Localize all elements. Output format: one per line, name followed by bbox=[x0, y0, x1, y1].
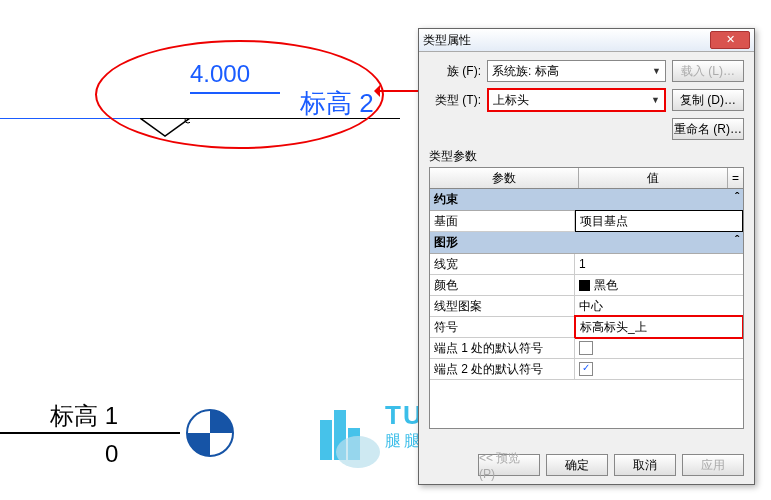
table-row[interactable]: 基面 项目基点 bbox=[430, 211, 743, 232]
cancel-button[interactable]: 取消 bbox=[614, 454, 676, 476]
level1-symbol bbox=[185, 408, 235, 458]
chevron-down-icon: ▼ bbox=[651, 95, 660, 105]
close-button[interactable]: ✕ bbox=[710, 31, 750, 49]
dialog-title: 类型属性 bbox=[423, 32, 710, 49]
col-value: 值 bbox=[579, 168, 728, 188]
param-end2: 端点 2 处的默认符号 bbox=[430, 359, 575, 379]
preview-button: << 预览 (P) bbox=[478, 454, 540, 476]
value-linepattern[interactable]: 中心 bbox=[575, 296, 743, 316]
family-select[interactable]: 系统族: 标高 ▼ bbox=[487, 60, 666, 82]
params-grid: 参数 值 = 约束ˆ 基面 项目基点 图形ˆ 线宽 1 颜色 黑色 线型图案 中… bbox=[429, 167, 744, 429]
param-linepattern: 线型图案 bbox=[430, 296, 575, 316]
color-swatch bbox=[579, 280, 590, 291]
value-lineweight[interactable]: 1 bbox=[575, 254, 743, 274]
type-value: 上标头 bbox=[493, 92, 529, 109]
family-value: 系统族: 标高 bbox=[492, 63, 559, 80]
level1-line bbox=[0, 432, 180, 434]
param-symbol: 符号 bbox=[430, 317, 575, 337]
col-equals: = bbox=[728, 168, 743, 188]
dialog-titlebar[interactable]: 类型属性 ✕ bbox=[419, 29, 754, 52]
chevron-down-icon: ▼ bbox=[652, 66, 661, 76]
type-label: 类型 (T): bbox=[429, 92, 481, 109]
section-constraint[interactable]: 约束ˆ bbox=[430, 189, 743, 211]
checkbox-unchecked[interactable] bbox=[579, 341, 593, 355]
param-lineweight: 线宽 bbox=[430, 254, 575, 274]
section-graphics[interactable]: 图形ˆ bbox=[430, 232, 743, 254]
table-row[interactable]: 线型图案 中心 bbox=[430, 296, 743, 317]
value-end1[interactable] bbox=[575, 338, 743, 358]
value-symbol[interactable]: 标高标头_上 bbox=[574, 315, 744, 339]
table-row[interactable]: 线宽 1 bbox=[430, 254, 743, 275]
type-properties-dialog: 类型属性 ✕ 族 (F): 系统族: 标高 ▼ 载入 (L)… 类型 (T): … bbox=[418, 28, 755, 485]
grid-header: 参数 值 = bbox=[430, 168, 743, 189]
param-end1: 端点 1 处的默认符号 bbox=[430, 338, 575, 358]
level1-label: 标高 1 bbox=[50, 400, 118, 432]
annotation-ellipse bbox=[95, 40, 384, 149]
rename-button[interactable]: 重命名 (R)… bbox=[672, 118, 744, 140]
table-row[interactable]: 端点 2 处的默认符号 ✓ bbox=[430, 359, 743, 380]
col-param: 参数 bbox=[430, 168, 579, 188]
type-select[interactable]: 上标头 ▼ bbox=[487, 88, 666, 112]
param-color: 颜色 bbox=[430, 275, 575, 295]
table-row[interactable]: 端点 1 处的默认符号 bbox=[430, 338, 743, 359]
value-color[interactable]: 黑色 bbox=[575, 275, 743, 295]
duplicate-button[interactable]: 复制 (D)… bbox=[672, 89, 744, 111]
value-end2[interactable]: ✓ bbox=[575, 359, 743, 379]
ok-button[interactable]: 确定 bbox=[546, 454, 608, 476]
load-button: 载入 (L)… bbox=[672, 60, 744, 82]
level1-value: 0 bbox=[105, 440, 118, 468]
checkbox-checked[interactable]: ✓ bbox=[579, 362, 593, 376]
type-params-label: 类型参数 bbox=[429, 148, 744, 165]
table-row[interactable]: 颜色 黑色 bbox=[430, 275, 743, 296]
apply-button: 应用 bbox=[682, 454, 744, 476]
table-row[interactable]: 符号 标高标头_上 bbox=[430, 317, 743, 338]
family-label: 族 (F): bbox=[429, 63, 481, 80]
param-base: 基面 bbox=[430, 211, 575, 231]
value-base[interactable]: 项目基点 bbox=[575, 210, 743, 232]
dialog-footer: << 预览 (P) 确定 取消 应用 bbox=[472, 454, 744, 476]
